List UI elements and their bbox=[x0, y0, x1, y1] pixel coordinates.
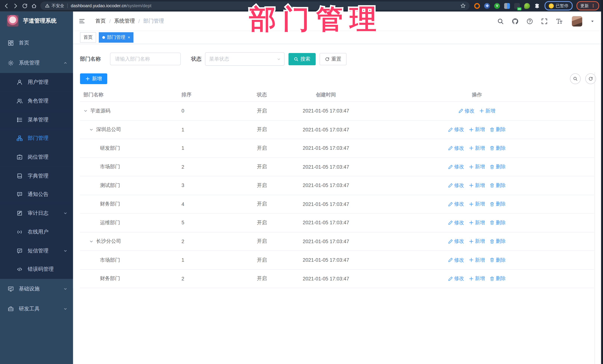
search-icon[interactable] bbox=[497, 18, 504, 24]
table-row: 运维部门5开启2021-01-05 17:03:47修改新增删除 bbox=[80, 213, 594, 232]
delete-link[interactable]: 删除 bbox=[490, 145, 506, 152]
modify-link[interactable]: 修改 bbox=[448, 238, 464, 245]
hide-search-button[interactable] bbox=[570, 73, 581, 84]
caret-down-icon[interactable] bbox=[590, 19, 595, 23]
sort-cell: 3 bbox=[177, 183, 250, 188]
search-button[interactable]: 搜索 bbox=[289, 53, 316, 65]
delete-link[interactable]: 删除 bbox=[490, 182, 506, 189]
add-link[interactable]: 新增 bbox=[469, 182, 485, 189]
hamburger-icon[interactable] bbox=[79, 18, 85, 24]
add-link[interactable]: 新增 bbox=[469, 200, 485, 207]
table-row: 财务部门4开启2021-01-05 17:03:47修改新增删除 bbox=[80, 195, 594, 214]
extension-leaf-icon[interactable] bbox=[524, 3, 530, 9]
delete-link[interactable]: 删除 bbox=[490, 200, 506, 207]
sort-cell: 2 bbox=[177, 239, 250, 244]
forward-icon[interactable] bbox=[13, 3, 18, 9]
extension-green-icon[interactable] bbox=[494, 3, 500, 9]
sidebar-item-post[interactable]: 岗位管理 bbox=[0, 148, 73, 166]
sidebar-item-label: 短信管理 bbox=[28, 247, 48, 254]
sidebar-item-role[interactable]: 角色管理 bbox=[0, 92, 73, 110]
sidebar-item-system[interactable]: 系统管理 bbox=[0, 53, 73, 73]
trash-icon bbox=[490, 146, 495, 151]
sidebar-item-audit[interactable]: 审计日志 bbox=[0, 204, 73, 223]
sidebar-item-home[interactable]: 首页 bbox=[0, 33, 73, 53]
tab-部门管理[interactable]: 部门管理× bbox=[99, 32, 134, 43]
browser-menu-icon[interactable]: ⋮ bbox=[591, 3, 595, 8]
breadcrumb-item[interactable]: 系统管理 bbox=[114, 18, 135, 24]
sidebar-item-tools[interactable]: 研发工具 bbox=[0, 299, 73, 319]
extension-switch-icon[interactable] bbox=[514, 3, 520, 9]
expand-chevron-icon[interactable] bbox=[83, 109, 88, 113]
chevron-up-icon bbox=[63, 61, 68, 65]
add-link[interactable]: 新增 bbox=[469, 126, 485, 133]
sidebar-item-user[interactable]: 用户管理 bbox=[0, 73, 73, 92]
home-icon[interactable] bbox=[31, 3, 37, 9]
insecure-label[interactable]: 不安全 bbox=[52, 3, 64, 9]
add-link[interactable]: 新增 bbox=[469, 219, 485, 226]
close-icon[interactable]: × bbox=[128, 35, 130, 40]
sidebar-item-infra[interactable]: 基础设施 bbox=[0, 279, 73, 299]
profile-paused-pill[interactable]: 已暂停 bbox=[545, 1, 573, 10]
extension-orange-icon[interactable] bbox=[474, 3, 480, 9]
add-link[interactable]: 新增 bbox=[469, 238, 485, 245]
modify-link[interactable]: 修改 bbox=[448, 219, 464, 226]
sidebar-item-sms[interactable]: 短信管理 bbox=[0, 241, 73, 260]
fullscreen-icon[interactable] bbox=[541, 18, 547, 24]
breadcrumb-item[interactable]: 首页 bbox=[95, 18, 106, 24]
address-bar[interactable]: 不安全 dashboard.yudao.iocoder.cn/system/de… bbox=[40, 1, 470, 10]
delete-link[interactable]: 删除 bbox=[490, 219, 506, 226]
modify-link[interactable]: 修改 bbox=[448, 163, 464, 170]
add-button[interactable]: 新增 bbox=[80, 73, 107, 84]
delete-link[interactable]: 删除 bbox=[490, 238, 506, 245]
modify-link[interactable]: 修改 bbox=[448, 145, 464, 152]
tab-首页[interactable]: 首页 bbox=[80, 32, 96, 43]
extensions-puzzle-icon[interactable] bbox=[534, 3, 540, 9]
bookmark-star-icon[interactable] bbox=[460, 3, 466, 9]
modify-link[interactable]: 修改 bbox=[448, 182, 464, 189]
dept-name-input[interactable] bbox=[110, 53, 181, 65]
plus-icon bbox=[85, 76, 90, 81]
app-logo-row[interactable]: 芋道管理系统 bbox=[0, 11, 73, 30]
extension-blue-icon[interactable] bbox=[484, 3, 490, 9]
back-icon[interactable] bbox=[3, 3, 9, 9]
sidebar-item-dict[interactable]: 字典管理 bbox=[0, 166, 73, 185]
github-icon[interactable] bbox=[512, 18, 518, 24]
font-size-icon[interactable] bbox=[556, 18, 562, 24]
sidebar-item-menu[interactable]: 菜单管理 bbox=[0, 110, 73, 129]
delete-link[interactable]: 删除 bbox=[490, 275, 506, 282]
sort-cell: 1 bbox=[177, 127, 250, 132]
user-avatar[interactable] bbox=[572, 16, 582, 26]
status-select[interactable]: 菜单状态 bbox=[205, 52, 285, 66]
expand-chevron-icon[interactable] bbox=[89, 127, 94, 132]
reload-icon[interactable] bbox=[22, 3, 28, 9]
delete-link[interactable]: 删除 bbox=[490, 256, 506, 263]
sidebar-item-notice[interactable]: 通知公告 bbox=[0, 185, 73, 204]
plus-icon bbox=[469, 276, 474, 281]
column-header: 操作 bbox=[359, 91, 594, 98]
modify-link[interactable]: 修改 bbox=[448, 200, 464, 207]
modify-link[interactable]: 修改 bbox=[448, 275, 464, 282]
extensions-row bbox=[474, 3, 540, 9]
delete-link[interactable]: 删除 bbox=[490, 126, 506, 133]
delete-link[interactable]: 删除 bbox=[490, 163, 506, 170]
expand-chevron-icon[interactable] bbox=[89, 239, 94, 244]
sidebar-item-errcode[interactable]: 错误码管理 bbox=[0, 260, 73, 279]
sidebar-item-online[interactable]: 在线用户 bbox=[0, 223, 73, 241]
extension-grid-icon[interactable] bbox=[504, 3, 510, 9]
add-link[interactable]: 新增 bbox=[469, 163, 485, 170]
modify-link[interactable]: 修改 bbox=[448, 126, 464, 133]
add-link[interactable]: 新增 bbox=[469, 145, 485, 152]
add-link[interactable]: 新增 bbox=[469, 256, 485, 263]
modify-link[interactable]: 修改 bbox=[458, 108, 475, 114]
pencil-icon bbox=[448, 202, 453, 207]
add-link[interactable]: 新增 bbox=[479, 108, 495, 114]
modify-link[interactable]: 修改 bbox=[448, 256, 464, 263]
browser-update-button[interactable]: 更新 ⋮ bbox=[577, 1, 599, 10]
page-url[interactable]: dashboard.yudao.iocoder.cn/system/dept bbox=[71, 3, 151, 8]
add-link[interactable]: 新增 bbox=[469, 275, 485, 282]
sidebar-item-dept[interactable]: 部门管理 bbox=[0, 129, 73, 148]
reset-button[interactable]: 重置 bbox=[320, 53, 346, 65]
help-icon[interactable] bbox=[527, 18, 533, 24]
status-cell: 开启 bbox=[250, 163, 292, 170]
action-cell: 修改新增删除 bbox=[359, 145, 594, 152]
